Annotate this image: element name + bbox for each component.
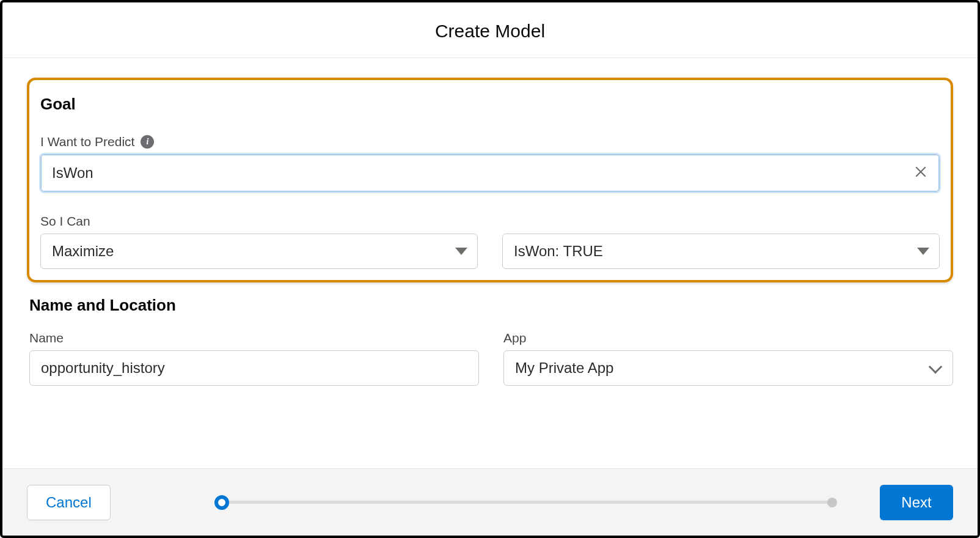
predict-label-row: I Want to Predict i [40,134,940,149]
dialog-header: Create Model [2,2,978,58]
app-select[interactable]: My Private App [503,350,953,386]
predict-value: IsWon [52,164,911,182]
name-input[interactable] [29,350,479,386]
action-select[interactable]: Maximize [40,234,478,269]
predict-field[interactable]: IsWon [40,154,940,192]
progress-track [222,501,830,504]
next-button[interactable]: Next [880,485,953,520]
info-icon[interactable]: i [141,135,154,149]
so-i-can-label: So I Can [40,214,940,229]
progress-current-step-icon [214,495,229,510]
target-select[interactable]: IsWon: TRUE [502,234,940,269]
caret-down-icon [917,248,929,255]
dialog-content: Goal I Want to Predict i IsWon So I Can … [2,58,978,468]
name-loc-section-title: Name and Location [27,296,953,315]
name-label: Name [29,331,479,345]
cancel-button[interactable]: Cancel [27,485,111,520]
predict-label: I Want to Predict [40,134,134,149]
dialog-title: Create Model [2,21,978,42]
dialog-footer: Cancel Next [2,468,978,536]
create-model-dialog: Create Model Goal I Want to Predict i Is… [0,0,980,538]
so-i-can-row: Maximize IsWon: TRUE [40,234,940,269]
caret-down-icon [455,248,467,255]
app-label: App [503,331,953,345]
name-loc-row: Name App My Private App [27,331,953,386]
clear-icon[interactable] [911,161,931,185]
progress-future-step-icon [827,498,837,507]
wizard-progress [214,490,837,515]
goal-section-title: Goal [40,95,940,114]
app-value: My Private App [515,359,931,377]
chevron-down-icon [929,360,943,374]
goal-section-highlight: Goal I Want to Predict i IsWon So I Can … [27,78,953,282]
action-value: Maximize [52,243,455,260]
target-value: IsWon: TRUE [514,243,917,260]
